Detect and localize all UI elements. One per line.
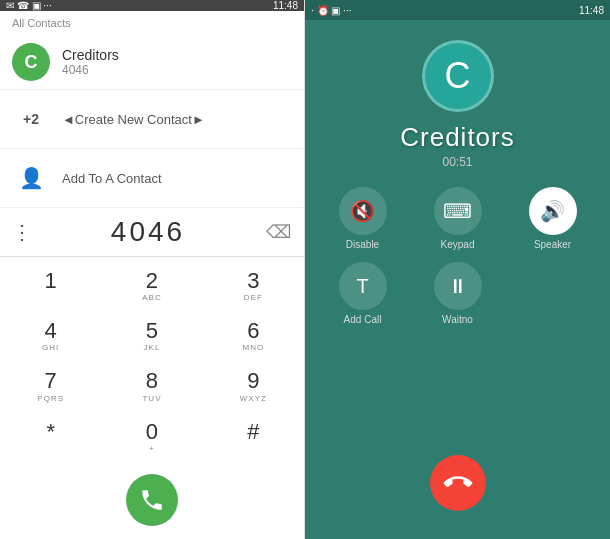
key-4[interactable]: 4GHI	[0, 311, 101, 361]
key-3[interactable]: 3DEF	[203, 261, 304, 311]
end-call-button[interactable]	[430, 455, 486, 511]
key-letters: MNO	[242, 343, 264, 353]
contact-info: Creditors 4046	[62, 47, 119, 77]
contact-number: 4046	[62, 63, 119, 77]
action-icon-speaker: 🔊	[529, 187, 577, 235]
key-num: 1	[45, 269, 57, 293]
plus-two-icon: +2	[12, 100, 50, 138]
end-call-area	[305, 455, 610, 511]
key-6[interactable]: 6MNO	[203, 311, 304, 361]
right-panel: · ⏰ ▣ ··· 11:48 C Creditors 00:51 🔇Disab…	[305, 0, 610, 539]
action-btn-disable[interactable]: 🔇Disable	[321, 187, 404, 250]
all-contacts-label: All Contacts	[0, 11, 304, 35]
action-label-disable: Disable	[346, 239, 379, 250]
action-btn-waitno[interactable]: ⏸Waitno	[416, 262, 499, 325]
key-letters: DEF	[244, 293, 263, 303]
key-letters: TUV	[142, 394, 161, 404]
key-8[interactable]: 8TUV	[101, 361, 202, 411]
action-icon-waitno: ⏸	[434, 262, 482, 310]
create-new-label: ◄Create New Contact►	[62, 112, 205, 127]
call-actions: 🔇Disable⌨Keypad🔊SpeakerTAdd Call⏸Waitno	[305, 169, 610, 333]
status-left-time: 11:48	[273, 0, 298, 11]
action-btn-keypad[interactable]: ⌨Keypad	[416, 187, 499, 250]
key-5[interactable]: 5JKL	[101, 311, 202, 361]
backspace-button[interactable]: ⌫	[264, 218, 292, 246]
action-icon-add call: T	[339, 262, 387, 310]
key-num: 9	[247, 369, 259, 393]
key-letters: ABC	[142, 293, 161, 303]
status-bar-left: ✉ ☎ ▣ ··· 11:48	[0, 0, 304, 11]
key-num: 5	[146, 319, 158, 343]
key-2[interactable]: 2ABC	[101, 261, 202, 311]
key-*[interactable]: *	[0, 412, 101, 462]
phone-icon	[139, 487, 165, 513]
call-button[interactable]	[126, 474, 178, 526]
key-9[interactable]: 9WXYZ	[203, 361, 304, 411]
end-call-icon	[438, 463, 478, 503]
action-btn-add-call[interactable]: TAdd Call	[321, 262, 404, 325]
left-panel: ✉ ☎ ▣ ··· 11:48 All Contacts C Creditors…	[0, 0, 305, 539]
call-timer: 00:51	[442, 155, 472, 169]
add-contact-label: Add To A Contact	[62, 171, 162, 186]
caller-name: Creditors	[400, 122, 514, 153]
action-label-waitno: Waitno	[442, 314, 473, 325]
key-num: 7	[45, 369, 57, 393]
key-1[interactable]: 1	[0, 261, 101, 311]
key-#[interactable]: #	[203, 412, 304, 462]
key-num: 0	[146, 420, 158, 444]
dial-display: ⋮ 4046 ⌫	[0, 208, 304, 257]
avatar: C	[12, 43, 50, 81]
add-contact-icon: 👤	[12, 159, 50, 197]
key-letters: GHI	[42, 343, 59, 353]
action-btn-speaker[interactable]: 🔊Speaker	[511, 187, 594, 250]
keypad: 12ABC3DEF4GHI5JKL6MNO7PQRS8TUV9WXYZ*0+#	[0, 257, 304, 466]
contact-name: Creditors	[62, 47, 119, 63]
key-letters: JKL	[144, 343, 161, 353]
key-num: 8	[146, 369, 158, 393]
key-num: #	[247, 420, 259, 444]
action-label-add call: Add Call	[344, 314, 382, 325]
action-icon-disable: 🔇	[339, 187, 387, 235]
key-num: 6	[247, 319, 259, 343]
add-contact-row[interactable]: 👤 Add To A Contact	[0, 149, 304, 208]
status-left-icons: ✉ ☎ ▣ ···	[6, 0, 52, 11]
key-0[interactable]: 0+	[101, 412, 202, 462]
key-letters: PQRS	[37, 394, 64, 404]
action-label-speaker: Speaker	[534, 239, 571, 250]
caller-avatar: C	[422, 40, 494, 112]
dial-number: 4046	[32, 216, 264, 248]
status-right-icons: · ⏰ ▣ ···	[311, 5, 351, 16]
key-num: 4	[45, 319, 57, 343]
action-icon-keypad: ⌨	[434, 187, 482, 235]
action-label-keypad: Keypad	[441, 239, 475, 250]
key-num: *	[46, 420, 55, 444]
key-num: 2	[146, 269, 158, 293]
contact-row[interactable]: C Creditors 4046	[0, 35, 304, 90]
dial-dots[interactable]: ⋮	[12, 220, 32, 244]
status-right-time: 11:48	[579, 5, 604, 16]
call-area	[0, 466, 304, 539]
create-new-row[interactable]: +2 ◄Create New Contact►	[0, 90, 304, 149]
key-letters: WXYZ	[240, 394, 267, 404]
key-letters: +	[149, 444, 155, 454]
key-num: 3	[247, 269, 259, 293]
status-bar-right: · ⏰ ▣ ··· 11:48	[305, 0, 610, 20]
key-7[interactable]: 7PQRS	[0, 361, 101, 411]
